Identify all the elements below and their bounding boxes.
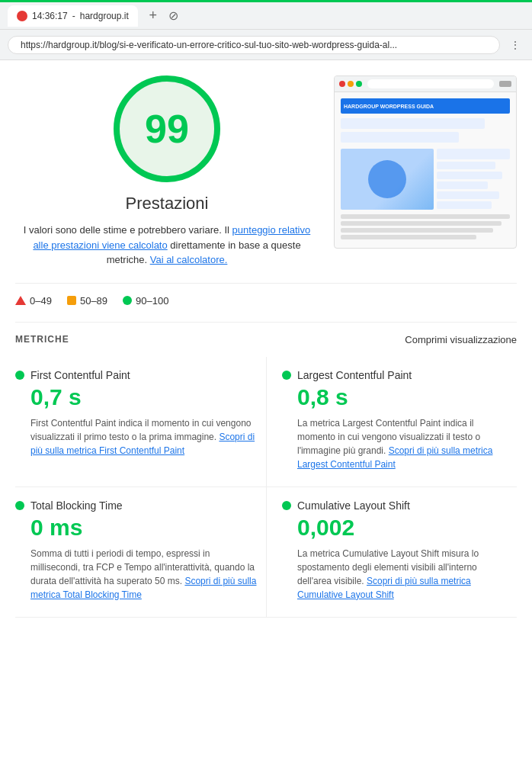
preview-line2: [341, 221, 502, 226]
preview-title-block2: [341, 132, 459, 143]
metrics-title: METRICHE: [15, 334, 69, 345]
compress-button[interactable]: Comprimi visualizzazione: [405, 334, 517, 345]
preview-sidebar-item1: [437, 149, 510, 159]
preview-sidebar: [437, 149, 510, 210]
score-link2[interactable]: Vai al calcolatore.: [150, 254, 228, 265]
metric-dot-cls: [282, 501, 291, 510]
metric-header-tbt: Total Blocking Time: [15, 499, 257, 512]
preview-url-bar: [367, 79, 494, 88]
preview-line3: [341, 228, 493, 233]
tab-title: 14:36:17: [32, 11, 68, 21]
score-description: I valori sono delle stime e potrebbero v…: [15, 223, 319, 268]
metric-value-fcp: 0,7 s: [30, 384, 257, 410]
preview-img-block: [341, 149, 434, 210]
tab-favicon: [17, 11, 27, 21]
preview-title-block1: [341, 118, 485, 129]
metrics-grid: First Contentful Paint 0,7 s First Conte…: [15, 357, 517, 618]
metric-value-lcp: 0,8 s: [297, 384, 508, 410]
browser-tab-bar: 14:36:17 - hardgroup.it + ⊘: [0, 2, 532, 30]
preview-brand-text: HARDGROUP WORDPRESS GUIDA: [344, 104, 434, 109]
preview-brand-bar: HARDGROUP WORDPRESS GUIDA: [341, 98, 510, 114]
divider1: [15, 283, 517, 284]
score-circle-container: 99: [15, 75, 319, 182]
metric-desc-tbt: Somma di tutti i periodi di tempo, espre…: [30, 547, 257, 602]
metric-card-cls: Cumulative Layout Shift 0,002 La metrica…: [266, 487, 517, 618]
preview-img-placeholder: [368, 160, 406, 198]
preview-line1: [341, 214, 510, 219]
preview-sidebar-item4: [437, 181, 488, 189]
metric-card-tbt: Total Blocking Time 0 ms Somma di tutti …: [15, 487, 266, 618]
url-input[interactable]: https://hardgroup.it/blog/si-e-verificat…: [8, 36, 500, 54]
new-tab-button[interactable]: +: [144, 7, 162, 25]
preview-dot-green: [356, 81, 362, 87]
legend-range1: 0–49: [30, 295, 52, 307]
address-bar: https://hardgroup.it/blog/si-e-verificat…: [0, 30, 532, 60]
metrics-header: METRICHE Comprimi visualizzazione: [15, 334, 517, 345]
metric-name-fcp: First Contentful Paint: [30, 369, 130, 381]
divider2: [15, 322, 517, 323]
legend-circle-icon: [123, 296, 132, 305]
legend-triangle-icon: [15, 296, 26, 305]
metric-dot-fcp: [15, 371, 24, 380]
score-circle: 99: [114, 75, 220, 182]
preview-dot-red: [339, 81, 345, 87]
preview-sidebar-item5: [437, 191, 499, 199]
score-left: 99 Prestazioni I valori sono delle stime…: [15, 75, 319, 268]
screenshot-preview: HARDGROUP WORDPRESS GUIDA: [334, 75, 517, 249]
metric-desc-fcp: First Contentful Paint indica il momento…: [30, 416, 257, 458]
legend-item-green: 90–100: [123, 295, 168, 307]
legend-item-red: 0–49: [15, 295, 52, 307]
metric-name-cls: Cumulative Layout Shift: [297, 499, 410, 512]
metric-dot-lcp: [282, 371, 291, 380]
score-title: Prestazioni: [15, 194, 319, 214]
metric-desc-cls: La metrica Cumulative Layout Shift misur…: [297, 547, 508, 602]
preview-two-col: [341, 149, 510, 210]
metric-header-lcp: Largest Contentful Paint: [282, 369, 508, 381]
preview-sidebar-item2: [437, 162, 495, 169]
preview-content: HARDGROUP WORDPRESS GUIDA: [335, 92, 516, 248]
metric-header-fcp: First Contentful Paint: [15, 369, 257, 381]
metric-header-cls: Cumulative Layout Shift: [282, 499, 508, 512]
legend: 0–49 50–89 90–100: [15, 295, 517, 307]
block-icon[interactable]: ⊘: [168, 8, 178, 23]
metric-value-tbt: 0 ms: [30, 515, 257, 541]
legend-range2: 50–89: [80, 295, 107, 307]
preview-dot-yellow: [348, 81, 354, 87]
preview-header: [335, 76, 516, 92]
legend-square-icon: [67, 296, 76, 305]
active-tab[interactable]: 14:36:17 - hardgroup.it: [8, 5, 138, 27]
metric-desc-lcp: La metrica Largest Contentful Paint indi…: [297, 416, 508, 471]
score-number: 99: [145, 106, 189, 152]
page-content: 99 Prestazioni I valori sono delle stime…: [0, 60, 532, 633]
metric-card-fcp: First Contentful Paint 0,7 s First Conte…: [15, 357, 266, 487]
tab-separator: -: [72, 11, 75, 21]
legend-range3: 90–100: [136, 295, 168, 307]
metric-dot-tbt: [15, 501, 24, 510]
metric-name-tbt: Total Blocking Time: [30, 499, 123, 512]
tab-domain: hardgroup.it: [80, 11, 129, 21]
preview-text-lines: [341, 214, 510, 239]
preview-line4: [341, 235, 476, 239]
menu-button[interactable]: ⋮: [506, 36, 524, 54]
legend-item-orange: 50–89: [67, 295, 107, 307]
metric-value-cls: 0,002: [297, 515, 508, 541]
metric-card-lcp: Largest Contentful Paint 0,8 s La metric…: [266, 357, 517, 487]
preview-sidebar-item3: [437, 172, 502, 179]
score-desc-text1: I valori sono delle stime e potrebbero v…: [24, 224, 232, 236]
preview-sidebar-item6: [437, 201, 492, 209]
preview-nav-dots: [499, 81, 511, 87]
metric-name-lcp: Largest Contentful Paint: [297, 369, 412, 381]
score-section: 99 Prestazioni I valori sono delle stime…: [15, 75, 517, 268]
